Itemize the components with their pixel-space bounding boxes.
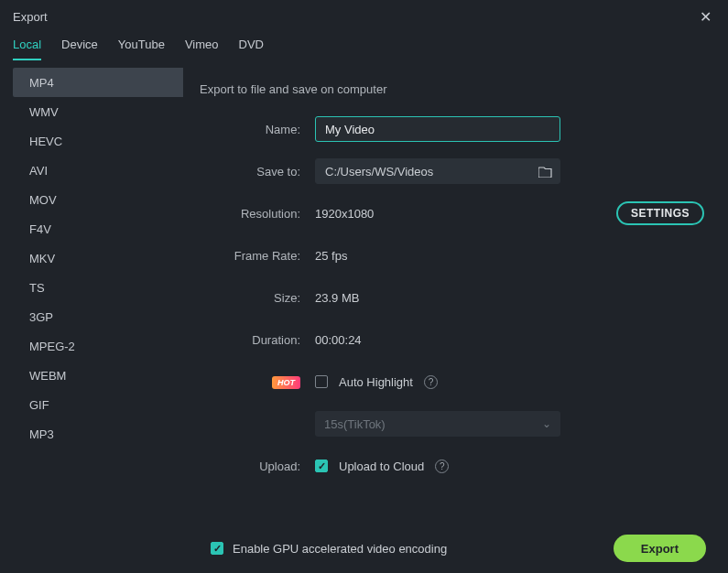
help-icon-upload[interactable]: ?: [435, 459, 449, 473]
format-mp4[interactable]: MP4: [13, 68, 183, 97]
close-icon[interactable]: ✕: [696, 5, 715, 29]
auto-highlight-label: Auto Highlight: [339, 375, 413, 389]
saveto-value: C:/Users/WS/Videos: [325, 165, 433, 178]
gpu-checkbox[interactable]: ✓: [211, 542, 223, 555]
size-value: 23.9 MB: [315, 291, 359, 305]
name-label: Name:: [200, 123, 300, 136]
format-sidebar: MP4 WMV HEVC AVI MOV F4V MKV TS 3GP MPEG…: [13, 68, 183, 524]
upload-cloud-checkbox[interactable]: ✓: [315, 459, 328, 472]
upload-label: Upload:: [200, 459, 300, 473]
duration-value: 00:00:24: [315, 333, 362, 347]
format-webm[interactable]: WEBM: [13, 361, 183, 390]
tab-dvd[interactable]: DVD: [239, 38, 264, 60]
format-3gp[interactable]: 3GP: [13, 302, 183, 331]
chevron-down-icon: ⌄: [542, 417, 551, 430]
auto-highlight-option: 15s(TikTok): [324, 417, 386, 431]
auto-highlight-checkbox[interactable]: [315, 375, 328, 388]
resolution-label: Resolution:: [200, 207, 300, 221]
folder-icon[interactable]: [538, 166, 552, 178]
format-mp3[interactable]: MP3: [13, 419, 183, 449]
tab-vimeo[interactable]: Vimeo: [185, 38, 219, 60]
export-subtitle: Export to file and save on computer: [200, 82, 704, 96]
window-title: Export: [13, 10, 48, 24]
framerate-label: Frame Rate:: [200, 249, 300, 263]
titlebar: Export ✕: [0, 0, 728, 33]
saveto-label: Save to:: [200, 165, 300, 178]
settings-button[interactable]: SETTINGS: [616, 201, 704, 225]
format-mov[interactable]: MOV: [13, 185, 183, 214]
format-mpeg2[interactable]: MPEG-2: [13, 331, 183, 361]
hot-badge: HOT: [272, 376, 300, 389]
tab-device[interactable]: Device: [61, 38, 98, 60]
resolution-value: 1920x1080: [315, 207, 374, 221]
format-gif[interactable]: GIF: [13, 390, 183, 419]
tabs: Local Device YouTube Vimeo DVD: [0, 33, 728, 60]
format-f4v[interactable]: F4V: [13, 214, 183, 243]
upload-cloud-label: Upload to Cloud: [339, 459, 424, 473]
format-avi[interactable]: AVI: [13, 156, 183, 185]
name-input[interactable]: [315, 116, 560, 142]
gpu-label: Enable GPU accelerated video encoding: [233, 542, 447, 556]
format-mkv[interactable]: MKV: [13, 243, 183, 273]
framerate-value: 25 fps: [315, 249, 347, 263]
format-wmv[interactable]: WMV: [13, 97, 183, 126]
auto-highlight-dropdown: 15s(TikTok) ⌄: [315, 411, 560, 437]
saveto-path[interactable]: C:/Users/WS/Videos: [315, 158, 560, 184]
help-icon[interactable]: ?: [424, 375, 438, 389]
format-ts[interactable]: TS: [13, 273, 183, 302]
duration-label: Duration:: [200, 333, 300, 347]
tab-local[interactable]: Local: [13, 38, 41, 60]
export-button[interactable]: Export: [614, 535, 706, 562]
size-label: Size:: [200, 291, 300, 305]
format-hevc[interactable]: HEVC: [13, 126, 183, 156]
footer: ✓ Enable GPU accelerated video encoding …: [0, 524, 728, 573]
main-panel: Export to file and save on computer Name…: [200, 68, 715, 524]
tab-youtube[interactable]: YouTube: [118, 38, 165, 60]
